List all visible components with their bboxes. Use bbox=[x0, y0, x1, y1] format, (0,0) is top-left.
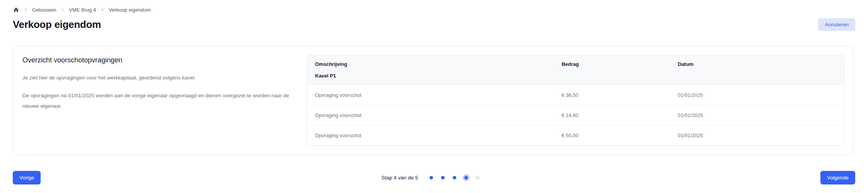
breadcrumb-item-gebouwen[interactable]: Gebouwen bbox=[32, 7, 56, 13]
advances-table: Omschrijving Bedrag Datum Kavel P1 Opvra… bbox=[307, 55, 844, 146]
breadcrumb-item-vme-brug-4[interactable]: VME Brug 4 bbox=[69, 7, 96, 13]
card-heading: Overzicht voorschotopvragingen bbox=[22, 56, 289, 64]
breadcrumb-item-verkoop-eigendom[interactable]: Verkoop eigendom bbox=[109, 7, 151, 13]
row-description: Opvraging voorschot bbox=[315, 112, 562, 118]
row-description: Opvraging voorschot bbox=[315, 133, 562, 138]
step-dot-4[interactable] bbox=[464, 176, 468, 179]
row-amount: € 14,60 bbox=[562, 112, 678, 118]
cancel-button[interactable]: Annuleren bbox=[818, 18, 855, 31]
next-button[interactable]: Volgende bbox=[820, 171, 855, 184]
column-header-description: Omschrijving bbox=[315, 61, 562, 67]
wizard-footer: Vorige Stap 4 van de 5 Volgende bbox=[13, 171, 855, 184]
row-amount: € 50,00 bbox=[562, 133, 678, 138]
step-dots bbox=[430, 176, 479, 179]
column-header-date: Datum bbox=[678, 61, 836, 67]
row-amount: € 36,50 bbox=[562, 92, 678, 98]
row-date: 01/01/2025 bbox=[678, 112, 836, 118]
previous-button[interactable]: Vorige bbox=[13, 171, 41, 184]
card-paragraph-1: Je ziet hier de opvragingen voor het wer… bbox=[22, 73, 289, 83]
chevron-right-icon: › bbox=[25, 7, 27, 12]
row-description: Opvraging voorschot bbox=[315, 92, 562, 98]
chevron-right-icon: › bbox=[62, 7, 64, 12]
page-header: Verkoop eigendom Annuleren bbox=[13, 18, 855, 31]
overview-card: Overzicht voorschotopvragingen Je ziet h… bbox=[13, 46, 854, 155]
row-date: 01/01/2025 bbox=[678, 92, 836, 98]
table-header: Omschrijving Bedrag Datum Kavel P1 bbox=[307, 55, 844, 85]
card-intro: Overzicht voorschotopvragingen Je ziet h… bbox=[22, 55, 289, 146]
column-header-amount: Bedrag bbox=[562, 61, 678, 67]
step-dot-3[interactable] bbox=[453, 176, 456, 179]
row-date: 01/01/2025 bbox=[678, 133, 836, 138]
table-row[interactable]: Opvraging voorschot € 50,00 01/01/2025 bbox=[307, 125, 844, 145]
table-body: Opvraging voorschot € 36,50 01/01/2025 O… bbox=[307, 85, 844, 145]
table-row[interactable]: Opvraging voorschot € 14,60 01/01/2025 bbox=[307, 105, 844, 125]
page-title: Verkoop eigendom bbox=[13, 19, 101, 31]
breadcrumb: › Gebouwen › VME Brug 4 › Verkoop eigend… bbox=[13, 6, 855, 13]
step-dot-1[interactable] bbox=[430, 176, 433, 179]
step-text: Stap 4 van de 5 bbox=[382, 175, 418, 181]
step-indicator: Stap 4 van de 5 bbox=[41, 175, 820, 181]
page: › Gebouwen › VME Brug 4 › Verkoop eigend… bbox=[0, 0, 868, 193]
group-label: Kavel P1 bbox=[315, 73, 562, 79]
table-group-row: Kavel P1 bbox=[307, 69, 844, 84]
table-row[interactable]: Opvraging voorschot € 36,50 01/01/2025 bbox=[307, 85, 844, 105]
card-paragraph-2: De opvragingen na 01/01/2025 werden aan … bbox=[22, 91, 289, 111]
chevron-right-icon: › bbox=[101, 7, 103, 12]
home-icon[interactable] bbox=[13, 7, 19, 13]
table-header-row: Omschrijving Bedrag Datum bbox=[307, 55, 844, 69]
step-dot-5[interactable] bbox=[476, 176, 479, 179]
step-dot-2[interactable] bbox=[441, 176, 445, 179]
